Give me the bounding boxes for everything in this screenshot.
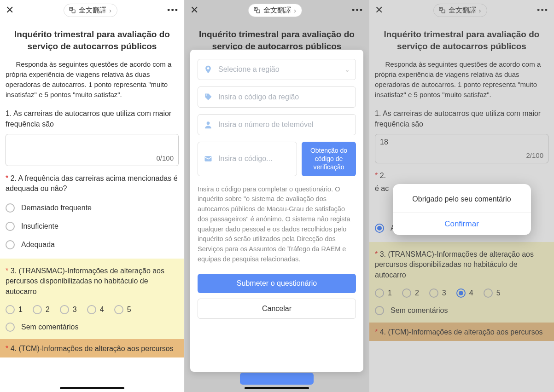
q3-scale-2[interactable]: 2 <box>33 305 50 314</box>
q3-block: 3. (TRANSMAC)-Informações de alteração a… <box>369 242 554 323</box>
verification-sheet: Selecione a região ⌄ Insira o código da … <box>190 50 363 372</box>
q3-scale: 1 2 3 4 5 <box>6 301 179 318</box>
q2-label: 2. <box>375 171 548 181</box>
region-code-input[interactable]: Insira o código da região <box>198 86 356 108</box>
translate-icon <box>438 6 446 14</box>
q3-scale: 1 2 3 4 5 <box>375 285 548 301</box>
q4-block: 4. (TCM)-Informações de alteração aos pe… <box>369 323 554 341</box>
q3-scale-5[interactable]: 5 <box>114 305 131 314</box>
q1-label: 1. As carreiras de autocarros que utiliz… <box>6 109 179 129</box>
confirm-button[interactable]: Confirmar <box>393 213 531 235</box>
q3-scale-4[interactable]: 4 <box>456 288 473 298</box>
q2-option-1[interactable]: Demasiado frequente <box>6 199 179 217</box>
location-pin-icon <box>204 65 213 74</box>
q2-option-3[interactable]: Adequada <box>6 236 179 254</box>
translate-label: 全文翻譯 <box>263 6 291 15</box>
q3-scale-3[interactable]: 3 <box>429 288 446 298</box>
radio-icon <box>33 305 42 314</box>
radio-icon <box>6 323 15 332</box>
radio-icon <box>114 305 123 314</box>
radio-icon <box>6 203 15 213</box>
radio-icon <box>6 305 15 314</box>
radio-icon <box>87 305 96 314</box>
option-label: Adequada <box>21 241 55 249</box>
intro-text: Responda às seguintes questões de acordo… <box>6 57 179 106</box>
page-title: Inquérito trimestral para avaliação do s… <box>375 20 548 57</box>
option-label: Sem comentários <box>391 306 448 315</box>
more-icon[interactable]: ••• <box>167 6 179 15</box>
screen-1: ✕ 全文翻譯 › ••• Inquérito trimestral para a… <box>0 0 185 392</box>
radio-icon <box>6 240 15 249</box>
radio-icon <box>6 222 15 231</box>
translate-label: 全文翻譯 <box>79 6 106 15</box>
chevron-right-icon: › <box>479 6 481 14</box>
close-icon[interactable]: ✕ <box>6 4 14 16</box>
q3-scale-2[interactable]: 2 <box>402 288 419 298</box>
q3-scale-4[interactable]: 4 <box>87 305 104 314</box>
q1-counter: 2/100 <box>526 151 543 159</box>
home-indicator <box>245 387 309 389</box>
envelope-icon <box>204 154 213 163</box>
get-code-button[interactable]: Obtenção do código de verificação <box>302 142 356 176</box>
radio-icon <box>375 288 384 298</box>
option-label: Sem comentários <box>21 323 79 331</box>
q1-textarea[interactable]: 0/100 <box>6 134 179 166</box>
q3-scale-1[interactable]: 1 <box>6 305 23 314</box>
q3-scale-1[interactable]: 1 <box>375 288 392 298</box>
radio-icon <box>375 306 384 315</box>
q4-label: 4. (TCM)-Informações de alteração aos pe… <box>375 327 548 337</box>
q3-scale-3[interactable]: 3 <box>60 305 77 314</box>
translate-pill[interactable]: 全文翻譯 › <box>433 4 487 17</box>
q3-scale-5[interactable]: 5 <box>484 288 501 298</box>
close-icon[interactable]: ✕ <box>190 4 198 16</box>
q1-counter: 0/100 <box>156 154 174 162</box>
q4-label: 4. (TCM)-Informações de alteração aos pe… <box>6 344 179 354</box>
radio-icon <box>484 288 493 298</box>
top-bar: ✕ 全文翻譯 › ••• <box>185 0 369 20</box>
translate-icon <box>69 6 76 14</box>
more-icon[interactable]: ••• <box>537 6 548 15</box>
radio-icon <box>429 288 438 298</box>
chevron-right-icon: › <box>109 6 111 14</box>
placeholder: Selecione a região <box>218 65 280 74</box>
page-title: Inquérito trimestral para avaliação do s… <box>6 20 179 57</box>
radio-icon <box>60 305 69 314</box>
screen-2: ✕ 全文翻譯 › ••• Inquérito trimestral para a… <box>185 0 369 392</box>
survey-content: Inquérito trimestral para avaliação do s… <box>0 20 184 376</box>
placeholder: Insira o código... <box>218 155 272 163</box>
q3-label: 3. (TRANSMAC)-Informações de alteração a… <box>6 266 179 297</box>
q1-textarea[interactable]: 18 2/100 <box>375 134 548 163</box>
alert-message: Obrigado pelo seu comentário <box>393 184 531 213</box>
disclaimer-text: Insira o código para completar o questio… <box>198 184 356 265</box>
q3-no-comment[interactable]: Sem comentários <box>375 301 548 317</box>
q3-no-comment[interactable]: Sem comentários <box>6 318 179 334</box>
translate-pill[interactable]: 全文翻譯 › <box>248 4 302 17</box>
translate-pill[interactable]: 全文翻譯 › <box>64 4 117 17</box>
home-indicator <box>60 387 124 389</box>
placeholder: Insira o número de telemóvel <box>218 121 313 129</box>
radio-icon <box>375 224 384 233</box>
hidden-submit-button <box>240 373 314 385</box>
q2-label: 2. A frequência das carreiras acima menc… <box>6 173 179 194</box>
region-select[interactable]: Selecione a região ⌄ <box>198 59 356 80</box>
q3-label: 3. (TRANSMAC)-Informações de alteração a… <box>375 249 548 280</box>
screen-3: ✕ 全文翻譯 › ••• Inquérito trimestral para a… <box>369 0 554 392</box>
option-label: Demasiado frequente <box>21 204 92 212</box>
more-icon[interactable]: ••• <box>352 6 363 15</box>
q2-option-2[interactable]: Insuficiente <box>6 217 179 236</box>
chevron-down-icon: ⌄ <box>344 66 350 73</box>
chevron-right-icon: › <box>294 6 296 14</box>
close-icon[interactable]: ✕ <box>375 4 383 16</box>
translate-icon <box>253 6 261 14</box>
thank-you-alert: Obrigado pelo seu comentário Confirmar <box>393 184 531 235</box>
top-bar: ✕ 全文翻譯 › ••• <box>369 0 554 20</box>
cancel-button[interactable]: Cancelar <box>198 299 356 319</box>
q3-block: 3. (TRANSMAC)-Informações de alteração a… <box>0 259 184 339</box>
phone-input[interactable]: Insira o número de telemóvel <box>198 114 356 135</box>
radio-icon <box>402 288 411 298</box>
code-input[interactable]: Insira o código... <box>198 142 297 176</box>
top-bar: ✕ 全文翻譯 › ••• <box>0 0 184 20</box>
translate-label: 全文翻譯 <box>449 6 476 15</box>
submit-button[interactable]: Submeter o questionário <box>198 274 356 293</box>
q1-label: 1. As carreiras de autocarros que utiliz… <box>375 109 548 129</box>
